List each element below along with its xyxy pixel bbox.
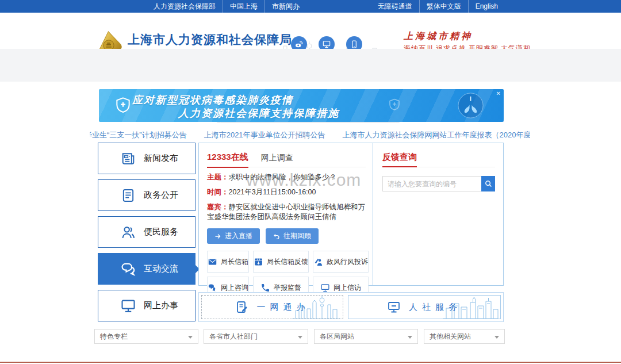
topbar-right-links: 无障碍通道 繁体中文版 English [371,0,505,13]
banner-line2: 人力资源社会保障支持保障措施 [178,106,339,120]
time-label: 时间： [207,188,229,196]
sidebar-item-public-service[interactable]: 便民服务 [98,216,195,248]
time-row: 时间：2021年3月11日15:00-16:00 [207,187,366,197]
service-conduct-complaint[interactable]: 政风行风投诉 [313,251,369,273]
topbar-left-links: 人力资源社会保障部 中国上海 市新闻办 [147,0,306,13]
search-icon [484,179,493,188]
replay-icon [273,233,280,240]
sidebar-label: 新闻发布 [144,153,178,164]
ticker-item[interactable]: 毕业生“三支一扶”计划招募公告 [90,130,187,140]
dropdown-district-sites[interactable]: 各区局网站 [314,329,418,344]
dropdown-provincial-hr-depts[interactable]: 各省市人社部门 [204,329,308,344]
monitor-icon [120,298,136,314]
banner-line1: 应对新型冠状病毒感染肺炎疫情 [132,93,293,107]
document-icon [120,187,136,204]
footer-dropdowns: 特色专栏 各省市人社部门 各区局网站 其他相关网站 [0,329,621,344]
link-city-news-office[interactable]: 市新闻办 [264,0,306,13]
ticker-item[interactable]: 上海市人力资源社会保障网网站工作年度报表（2020年度） [343,130,530,140]
ticker-item[interactable]: 上海市2021年事业单位公开招聘公告 [204,130,325,140]
dropdown-label: 特色专栏 [95,329,198,343]
hr-social-service-banner[interactable]: 人社服务 [348,295,501,319]
shield-small-icon [388,98,401,112]
topic-text: 求职中的法律风险，你知道多少？ [229,173,337,181]
past-review-label: 往期回顾 [283,231,311,241]
service-director-mailbox[interactable]: 局长信箱 [207,251,249,273]
dropdown-featured-columns[interactable]: 特色专栏 [94,329,198,344]
form-pen-icon [235,300,249,314]
enter-live-button[interactable]: 进入直播 [207,228,260,244]
footer-top-border [0,362,621,363]
link-traditional-chinese[interactable]: 繁体中文版 [419,0,468,13]
enter-live-label: 进入直播 [225,231,252,241]
sidebar-item-news[interactable]: 新闻发布 [98,143,195,174]
search-band: 12333智询通 一课 [0,49,621,82]
hr-social-service-label: 人社服务 [409,302,462,313]
time-text: 2021年3月11日15:00-16:00 [229,188,316,196]
city-spirit-title: 上海城市精神 [404,30,473,43]
feedback-query-section: 反馈查询 [373,143,503,285]
past-review-button[interactable]: 往期回顾 [266,228,319,244]
tab-online-survey[interactable]: 网上调查 [261,153,293,163]
consult-icon [208,283,217,293]
service-label: 政风行风投诉 [327,257,368,267]
topic-label: 主题： [207,173,229,181]
sidebar-item-gov-info[interactable]: 政务公开 [98,179,195,211]
epidemic-banner[interactable]: 应对新型冠状病毒感染肺炎疫情 人力资源社会保障支持保障措施 ✕ [99,89,504,122]
link-english[interactable]: English [468,0,505,13]
site-header: 上海市人力资源和社会保障局 SHANGHAI MUNICIPAL HUMAN R… [0,13,621,49]
sidebar-label: 互动交流 [144,263,178,274]
guest-label: 嘉宾： [207,203,229,211]
banner-close-icon[interactable]: ✕ [496,90,501,97]
complaint-icon [313,257,323,267]
service-monitor-icon [387,300,401,314]
dropdown-related-sites[interactable]: 其他相关网站 [424,329,505,344]
chat-icon [120,261,136,277]
feedback-query-button[interactable] [481,176,495,191]
arrow-right-icon [214,233,221,240]
chevron-down-icon [188,336,193,339]
feedback-query [382,176,495,191]
news-ticker: 毕业生“三支一扶”计划招募公告 上海市2021年事业单位公开招聘公告 上海市人力… [90,130,530,140]
online-tabs: 12333在线 网上调查 [207,149,366,167]
people-icon [120,224,136,240]
feedback-title: 反馈查询 [382,149,417,165]
sidebar-label: 网上办事 [144,300,178,311]
interaction-panel: 12333在线 网上调查 主题：求职中的法律风险，你知道多少？ 时间：2021年… [198,143,504,286]
quick-link-banners: 一网通办 人社服务 [198,292,504,322]
guest-text: 静安区就业促进中心职业指导师钱旭桦和万宝盛华集团法务团队高级法务顾问王倩倩 [207,203,365,221]
sidebar-label: 便民服务 [144,227,178,237]
news-icon [120,151,136,167]
shield-cross-icon [114,96,132,114]
feedback-header: 反馈查询 [382,149,495,167]
sidebar-item-interaction[interactable]: 互动交流 [98,253,195,285]
chevron-down-icon [408,336,412,339]
one-stop-service-banner[interactable]: 一网通办 [201,295,343,319]
dropdown-label: 各区局网站 [315,329,417,343]
topic-row: 主题：求职中的法律风险，你知道多少？ [207,173,366,182]
link-accessibility[interactable]: 无障碍通道 [371,0,419,13]
petition-icon [320,283,330,293]
sidebar-label: 政务公开 [144,190,178,201]
live-buttons: 进入直播 往期回顾 [207,228,366,244]
tab-12333-online[interactable]: 12333在线 [207,149,248,167]
guest-row: 嘉宾：静安区就业促进中心职业指导师钱旭桦和万宝盛华集团法务团队高级法务顾问王倩倩 [207,202,366,222]
link-mohrss[interactable]: 人力资源社会保障部 [147,0,223,13]
online-12333-section: 12333在线 网上调查 主题：求职中的法律风险，你知道多少？ 时间：2021年… [199,143,373,285]
sidebar-item-online-services[interactable]: 网上办事 [98,290,195,321]
mail-icon [208,257,217,267]
service-mailbox-feedback[interactable]: 局长信箱反馈 [253,251,309,273]
service-label: 网上咨询 [221,283,248,293]
chevron-down-icon [298,336,302,339]
main-nav-sidebar: 新闻发布 政务公开 便民服务 互动交流 网上办事 [98,143,195,321]
dropdown-label: 其他相关网站 [424,329,504,343]
top-utility-bar: 人力资源社会保障部 中国上海 市新闻办 无障碍通道 繁体中文版 English [0,0,621,13]
feedback-query-input[interactable] [382,176,481,191]
service-label: 局长信箱反馈 [267,257,308,267]
one-stop-service-label: 一网通办 [257,302,310,313]
service-grid: 局长信箱 局长信箱反馈 政风行风投诉 [207,251,366,298]
service-label: 局长信箱 [221,257,248,267]
mail-feedback-icon [254,257,263,267]
link-china-shanghai[interactable]: 中国上海 [223,0,264,13]
chevron-down-icon [494,336,499,339]
dropdown-label: 各省市人社部门 [204,329,308,343]
